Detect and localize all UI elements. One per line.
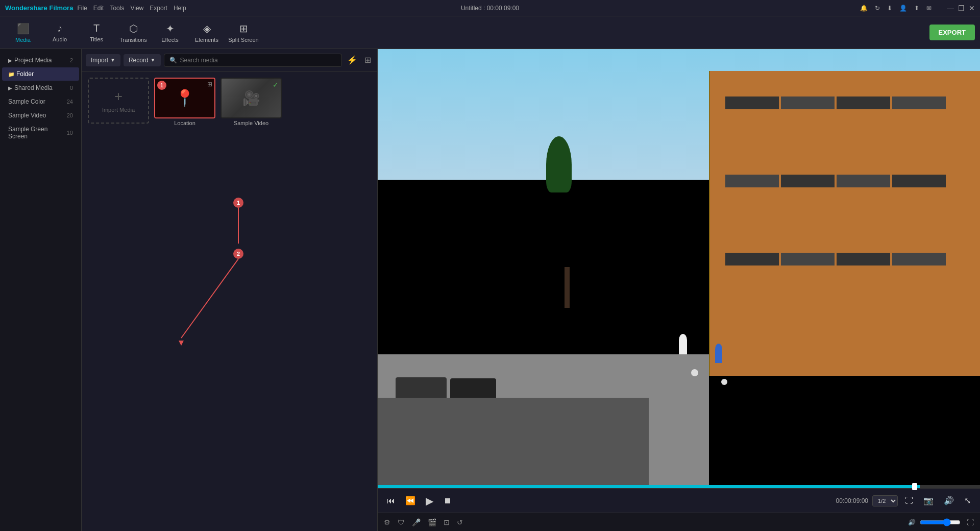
preview-video [378,49,980,485]
mic-btn[interactable]: 🎤 [410,516,423,528]
import-media-placeholder[interactable]: + Import Media [88,78,149,124]
menu-help[interactable]: Help [174,5,186,12]
record-button[interactable]: Record ▼ [124,54,161,66]
download-icon[interactable]: ⬇ [887,5,892,12]
titlebar-left: Wondershare Filmora File Edit Tools View… [5,4,186,12]
loop-btn[interactable]: ↺ [455,516,465,528]
window-title: Untitled : 00:00:09:00 [461,5,519,12]
pin-icon: 📍 [175,88,195,108]
left-item-project-media[interactable]: ▶ Project Media 2 [2,54,79,67]
left-item-project-media-label: Project Media [14,57,52,64]
menu-edit[interactable]: Edit [93,5,104,12]
sample-video-thumbnail: 🎥 ✓ [220,78,282,118]
user-icon[interactable]: 👤 [899,5,907,12]
email-icon[interactable]: ✉ [926,5,932,12]
notification-icon[interactable]: 🔔 [860,5,868,12]
tool-elements-label: Elements [195,37,218,43]
export-button[interactable]: EXPORT [929,25,975,40]
sync-icon[interactable]: ↻ [875,5,880,12]
expand-button[interactable]: ⤡ [961,494,974,508]
tool-titles[interactable]: T Titles [79,18,114,47]
audio-settings-button[interactable]: 🔊 [941,494,957,508]
import-label: Import [91,57,108,64]
media-toolbar: Import ▼ Record ▼ 🔍 ⚡ ⊞ [82,49,377,71]
grid-view-button[interactable]: ⊞ [362,53,373,67]
fullscreen-button[interactable]: ⛶ [902,494,916,508]
shield-btn[interactable]: 🛡 [396,516,407,528]
prev-frame-button[interactable]: ⏮ [384,494,398,508]
import-arrow-icon: ▼ [110,57,115,63]
tool-effects[interactable]: ✦ Effects [152,18,188,47]
left-item-sample-color-label: Sample Color [8,98,45,105]
media-item-sample-video[interactable]: 🎥 ✓ Sample Video [220,78,282,128]
volume-slider[interactable] [920,518,961,526]
main-content: ▶ Project Media 2 📁 Folder ▶ Shared Medi… [0,49,980,531]
record-label: Record [129,57,149,64]
search-input[interactable] [180,57,336,64]
elements-icon: ◈ [203,22,211,35]
left-item-sample-video-label: Sample Video [8,112,46,119]
menu-view[interactable]: View [130,5,143,12]
filter-button[interactable]: ⚡ [345,53,359,67]
location-thumbnail: 1 📍 ⊞ [154,78,215,118]
left-item-sample-color-count: 24 [67,99,73,105]
bottom-controls: ⚙ 🛡 🎤 🎬 ⊡ ↺ 🔊 ⛶ [378,513,980,531]
import-media-label: Import Media [102,107,135,113]
tool-titles-label: Titles [90,36,103,42]
left-item-project-media-count: 2 [70,57,73,63]
progress-bar[interactable] [378,485,980,488]
tool-transitions[interactable]: ⬡ Transitions [115,18,151,47]
record-arrow-icon: ▼ [151,57,156,63]
media-icon: ⬛ [17,22,30,35]
left-item-shared-media[interactable]: ▶ Shared Media 0 [2,81,79,94]
tool-media-label: Media [15,37,31,43]
fullscreen-btn2[interactable]: ⛶ [965,516,976,528]
playback-right: 1/2 1/1 1/4 ⛶ 📷 🔊 ⤡ [872,494,974,508]
left-item-folder[interactable]: 📁 Folder [2,67,79,81]
left-item-sample-color[interactable]: Sample Color 24 [2,95,79,108]
settings-icon-btn[interactable]: ⚙ [382,516,393,528]
playback-controls: ⏮ ⏪ ▶ ⏹ 00:00:09:00 1/2 1/1 1/4 ⛶ 📷 🔊 ⤡ [378,488,980,513]
tool-audio-label: Audio [53,36,67,42]
menu-file[interactable]: File [77,5,87,12]
tool-audio[interactable]: ♪ Audio [42,18,78,47]
tool-split-screen[interactable]: ⊞ Split Screen [226,18,261,47]
left-item-shared-media-count: 0 [70,85,73,91]
crop-btn[interactable]: ⊡ [442,516,452,528]
app-logo: Wondershare Filmora [5,4,73,12]
screenshot-button[interactable]: 📷 [920,494,937,508]
expand-icon: ▶ [8,58,12,63]
minimize-button[interactable]: — [947,4,954,12]
menu-bar[interactable]: File Edit Tools View Export Help [77,5,186,12]
left-item-sample-green-screen[interactable]: Sample Green Screen 10 [2,123,79,143]
ratio-select[interactable]: 1/2 1/1 1/4 [872,495,898,506]
preview-panel: ⏮ ⏪ ▶ ⏹ 00:00:09:00 1/2 1/1 1/4 ⛶ 📷 🔊 ⤡ … [378,49,980,531]
media-item-location[interactable]: 1 📍 ⊞ Location [154,78,215,128]
progress-handle[interactable] [912,483,917,490]
search-icon: 🔍 [169,57,177,64]
tool-media[interactable]: ⬛ Media [5,18,41,47]
tool-elements[interactable]: ◈ Elements [189,18,225,47]
close-button[interactable]: ✕ [969,4,975,12]
progress-fill [378,485,920,488]
tool-transitions-label: Transitions [119,37,146,43]
import-button[interactable]: Import ▼ [86,54,120,66]
back-button[interactable]: ⏪ [402,494,419,508]
menu-tools[interactable]: Tools [110,5,124,12]
titlebar-right: 🔔 ↻ ⬇ 👤 ⬆ ✉ — ❐ ✕ [860,4,975,12]
film-btn[interactable]: 🎬 [426,516,438,528]
playback-time: 00:00:09:00 [836,497,868,504]
media-panel: Import ▼ Record ▼ 🔍 ⚡ ⊞ + Import Media [82,49,378,531]
stop-button[interactable]: ⏹ [440,494,455,508]
menu-export[interactable]: Export [150,5,167,12]
expand-icon-shared: ▶ [8,85,12,91]
add-icon: + [114,88,122,105]
folder-icon: 📁 [8,71,14,77]
check-icon: ✓ [273,81,279,89]
sample-video-label: Sample Video [220,118,282,128]
restore-button[interactable]: ❐ [958,4,965,12]
share-icon[interactable]: ⬆ [914,5,919,12]
play-button[interactable]: ▶ [423,493,436,509]
window-controls[interactable]: — ❐ ✕ [947,4,975,12]
left-item-sample-video[interactable]: Sample Video 20 [2,109,79,122]
